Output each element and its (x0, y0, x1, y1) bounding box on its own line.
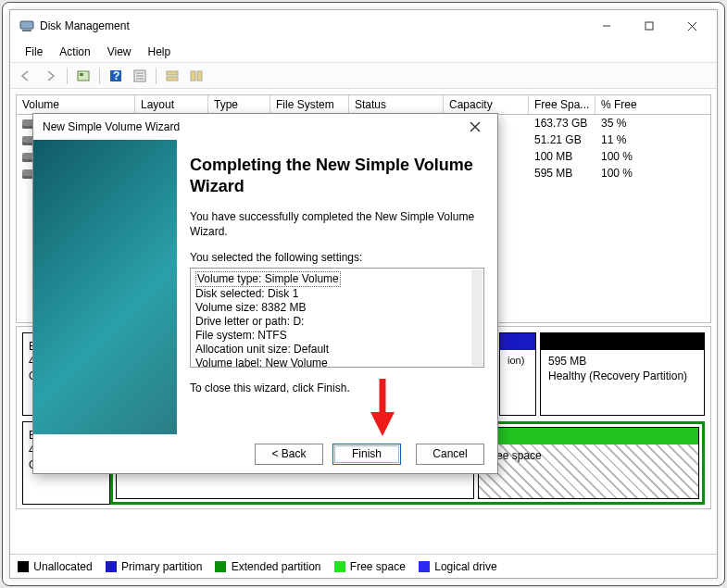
scrollbar[interactable] (471, 269, 483, 366)
toolbar-view2-icon[interactable] (185, 66, 207, 86)
disk0-part-4[interactable]: 595 MB Healthy (Recovery Partition) (540, 332, 705, 416)
window-title: Disk Management (40, 19, 585, 32)
finish-button[interactable]: Finish (332, 444, 401, 465)
col-layout[interactable]: Layout (135, 95, 208, 114)
disk0-part-3[interactable]: ion) (499, 332, 536, 416)
legend-unallocated: Unallocated (18, 560, 93, 573)
wizard-intro-text: You selected the following settings: (190, 250, 484, 265)
toolbar: ? (10, 63, 717, 89)
wizard-settings-list[interactable]: Volume type: Simple Volume Disk selected… (190, 268, 484, 368)
col-pctfree[interactable]: % Free (595, 95, 710, 114)
wizard-title-bar: New Simple Volume Wizard (33, 114, 497, 140)
svg-rect-14 (167, 71, 178, 75)
new-simple-volume-wizard: New Simple Volume Wizard Completing the … (32, 113, 498, 474)
col-type[interactable]: Type (208, 95, 270, 114)
svg-rect-0 (20, 21, 33, 29)
wizard-buttons: < Back Finish Cancel (33, 434, 497, 473)
toolbar-refresh-icon[interactable] (72, 66, 94, 86)
col-capacity[interactable]: Capacity (444, 95, 529, 114)
svg-rect-1 (22, 30, 31, 31)
wizard-content: Completing the New Simple Volume Wizard … (177, 140, 497, 434)
app-icon (19, 19, 34, 33)
legend: Unallocated Primary partition Extended p… (10, 554, 717, 578)
menu-view[interactable]: View (100, 44, 139, 60)
wizard-close-text: To close this wizard, click Finish. (190, 381, 484, 395)
col-fs[interactable]: File System (270, 95, 349, 114)
svg-rect-3 (646, 22, 653, 30)
wizard-title: New Simple Volume Wizard (43, 120, 457, 133)
nav-fwd-icon[interactable] (40, 66, 62, 86)
menu-action[interactable]: Action (52, 44, 97, 60)
svg-rect-15 (167, 77, 178, 81)
toolbar-help-icon[interactable]: ? (105, 66, 127, 86)
svg-rect-7 (80, 73, 83, 76)
title-bar: Disk Management (10, 10, 717, 42)
svg-rect-16 (191, 71, 195, 81)
menu-help[interactable]: Help (141, 44, 179, 60)
cancel-button[interactable]: Cancel (416, 444, 484, 465)
toolbar-view1-icon[interactable] (161, 66, 183, 86)
legend-logical: Logical drive (419, 560, 497, 573)
col-free[interactable]: Free Spa... (529, 95, 595, 114)
maximize-button[interactable] (628, 12, 671, 40)
disk1-freespace[interactable]: Free space (478, 427, 699, 499)
wizard-heading: Completing the New Simple Volume Wizard (190, 155, 484, 196)
col-volume[interactable]: Volume (17, 95, 135, 114)
wizard-done-text: You have successfully completed the New … (190, 209, 484, 239)
svg-text:?: ? (113, 69, 119, 82)
legend-primary: Primary partition (106, 560, 203, 573)
volume-list-header: Volume Layout Type File System Status Ca… (16, 94, 711, 115)
legend-extended: Extended partition (215, 560, 320, 573)
close-button[interactable] (671, 12, 713, 40)
toolbar-properties-icon[interactable] (129, 66, 151, 86)
wizard-side-image (33, 140, 177, 434)
back-button[interactable]: < Back (255, 444, 323, 465)
svg-rect-17 (197, 71, 202, 81)
col-status[interactable]: Status (349, 95, 444, 114)
menu-bar: File Action View Help (10, 42, 717, 63)
menu-file[interactable]: File (18, 44, 50, 60)
wizard-close-button[interactable] (457, 115, 494, 139)
nav-back-icon[interactable] (16, 66, 38, 86)
legend-freespace: Free space (334, 560, 406, 573)
minimize-button[interactable] (585, 12, 628, 40)
